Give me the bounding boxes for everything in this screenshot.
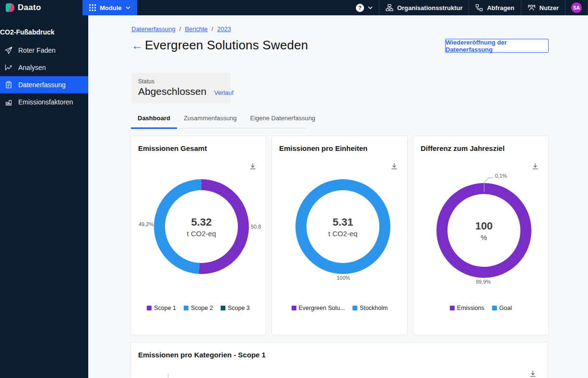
- legend-item-goal[interactable]: Goal: [492, 305, 512, 311]
- breadcrumb-separator: /: [212, 25, 213, 33]
- donut-center: 5.32 t CO2-eq: [165, 190, 238, 263]
- legend-item-stockholm[interactable]: Stockholm: [353, 305, 388, 311]
- breadcrumb-separator: /: [179, 25, 181, 33]
- legend-item-scope1[interactable]: Scope 1: [147, 305, 176, 311]
- history-link[interactable]: Verlauf: [214, 89, 233, 97]
- clipboard-icon: [5, 81, 12, 89]
- user-avatar[interactable]: SA: [571, 2, 582, 13]
- page-title: Evergreen Solutions Sweden: [145, 38, 308, 53]
- legend-swatch: [492, 306, 497, 310]
- axis-tick: [168, 374, 168, 378]
- legend-item-evergreen[interactable]: Evergreen Solu...: [292, 305, 345, 311]
- divider: [565, 0, 565, 15]
- card-title: Differenz zum Jahresziel: [413, 136, 548, 152]
- paper-plane-icon: [5, 46, 12, 54]
- card-title: Emissionen pro Kategorien - Scope 1: [131, 343, 548, 359]
- sidebar-item-emissionsfaktoren[interactable]: Emissionsfaktoren: [0, 93, 88, 111]
- breadcrumb-link-2023[interactable]: 2023: [217, 25, 231, 33]
- users-label: Nutzer: [540, 4, 559, 11]
- org-structure-label: Organisationsstruktur: [397, 4, 463, 11]
- slice-label-right: 50,8: [251, 224, 261, 229]
- tab-dashboard[interactable]: Dashboard: [131, 112, 177, 129]
- status-box: Status Abgeschlossen Verlauf: [131, 73, 231, 103]
- chart-legend: Evergreen Solu... Stockholm: [272, 305, 407, 311]
- legend-swatch: [353, 306, 357, 310]
- legend-swatch: [450, 306, 455, 310]
- breadcrumb-link-berichte[interactable]: Berichte: [185, 25, 208, 33]
- queries-icon: [475, 4, 483, 11]
- legend-label: Goal: [499, 305, 512, 311]
- status-label: Status: [138, 78, 224, 85]
- app-window: Daato Module ?: [0, 0, 588, 378]
- legend-swatch: [147, 306, 152, 310]
- center-unit: t CO2-eq: [187, 229, 216, 238]
- download-icon[interactable]: [391, 163, 398, 170]
- users-icon: [528, 4, 536, 11]
- legend-item-emissions[interactable]: Emissions: [450, 305, 484, 311]
- sidebar: CO2-Fußabdruck Roter Faden Analysen: [0, 15, 88, 378]
- legend-label: Emissions: [457, 305, 484, 311]
- breadcrumb: Datenerfassung / Berichte / 2023: [131, 25, 231, 33]
- center-unit: t CO2-eq: [329, 229, 358, 238]
- chart-legend: Emissions Goal: [413, 305, 548, 311]
- download-icon[interactable]: [529, 370, 536, 377]
- tab-zusammenfassung[interactable]: Zusammenfassung: [177, 112, 244, 129]
- legend-swatch: [221, 306, 225, 310]
- donut-center: 5.31 t CO2-eq: [306, 190, 379, 263]
- card-emissionen-pro-einheiten: Emissionen pro Einheiten 5.31 t CO2-eq 1…: [271, 136, 408, 335]
- donut-center: 100 %: [447, 194, 520, 267]
- download-icon[interactable]: [532, 163, 539, 170]
- legend-item-scope2[interactable]: Scope 2: [184, 305, 213, 311]
- users-button[interactable]: Nutzer: [521, 0, 565, 15]
- help-icon: ?: [356, 4, 364, 12]
- tab-bar: Dashboard Zusammenfassung Eigene Datener…: [131, 112, 306, 128]
- card-emissionen-kategorien-scope1: Emissionen pro Kategorien - Scope 1: [130, 342, 548, 378]
- card-title: Emissionen Gesamt: [131, 136, 266, 152]
- org-structure-button[interactable]: Organisationsstruktur: [379, 0, 469, 15]
- legend-swatch: [184, 306, 188, 310]
- module-menu-button[interactable]: Module: [82, 0, 137, 15]
- legend-item-scope3[interactable]: Scope 3: [221, 305, 250, 311]
- bar-chart-icon: [5, 98, 12, 106]
- legend-label: Stockholm: [360, 305, 388, 311]
- chart-legend: Scope 1 Scope 2 Scope 3: [131, 305, 266, 311]
- top-navbar: Daato Module ?: [0, 0, 588, 15]
- card-differenz-jahresziel: Differenz zum Jahresziel 100 % 0,1% 99,9…: [413, 136, 549, 335]
- chevron-down-icon: [126, 5, 130, 10]
- brand-logo[interactable]: Daato: [0, 3, 82, 12]
- queries-button[interactable]: Abfragen: [469, 0, 520, 15]
- sidebar-heading: CO2-Fußabdruck: [0, 28, 88, 36]
- slice-label-bottom: 99,9%: [476, 279, 491, 285]
- queries-label: Abfragen: [487, 4, 514, 11]
- center-value: 5.32: [191, 216, 212, 229]
- reopen-data-collection-button[interactable]: Wiedereröffnung der Datenerfassung: [445, 39, 549, 53]
- legend-label: Scope 1: [154, 305, 176, 311]
- slice-label-top: 0,1%: [495, 173, 507, 179]
- brand-name: Daato: [18, 3, 41, 12]
- download-icon[interactable]: [249, 163, 256, 170]
- module-label: Module: [100, 4, 122, 11]
- org-structure-icon: [386, 4, 393, 11]
- center-unit: %: [481, 233, 487, 241]
- grid-icon: [89, 4, 96, 11]
- status-value: Abgeschlossen: [138, 86, 206, 97]
- card-title: Emissionen pro Einheiten: [272, 136, 407, 152]
- center-value: 5.31: [333, 216, 353, 229]
- back-arrow-icon[interactable]: ←: [131, 40, 143, 51]
- sidebar-item-label: Datenerfassung: [18, 81, 66, 89]
- breadcrumb-link-datenerfassung[interactable]: Datenerfassung: [131, 25, 176, 33]
- center-value: 100: [475, 220, 493, 232]
- sidebar-item-roter-faden[interactable]: Roter Faden: [0, 42, 88, 59]
- help-menu[interactable]: ?: [350, 0, 379, 15]
- daato-logo-icon: [6, 3, 14, 12]
- sidebar-item-analysen[interactable]: Analysen: [0, 59, 88, 76]
- callout-line: [482, 174, 494, 184]
- legend-label: Scope 2: [191, 305, 213, 311]
- slice-label-bottom: 100%: [337, 275, 350, 281]
- sidebar-item-label: Emissionsfaktoren: [18, 98, 73, 106]
- card-emissionen-gesamt: Emissionen Gesamt 5.32 t CO2-eq 49,2% 50…: [130, 136, 266, 335]
- navbar-right: ? Organisationsstruktur: [350, 0, 588, 15]
- tab-eigene-datenerfassung[interactable]: Eigene Datenerfassung: [243, 112, 322, 129]
- slice-label-left: 49,2%: [139, 221, 153, 227]
- sidebar-item-datenerfassung[interactable]: Datenerfassung: [0, 76, 88, 93]
